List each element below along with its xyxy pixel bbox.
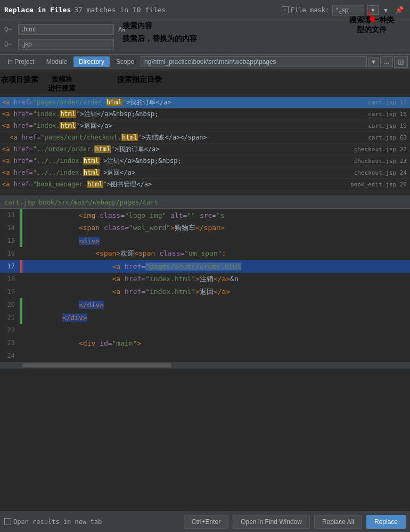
result-code: <a href="pages/order/order.html">我的订单</a…	[2, 98, 364, 107]
editor-area: cart.jsp book/src/main/webapp/pages/cart…	[0, 195, 410, 369]
code-line: 15 <div>	[0, 234, 410, 247]
code-line: 22	[0, 324, 410, 337]
line-number: 24	[0, 352, 20, 359]
path-dots-btn[interactable]: ...	[380, 56, 393, 67]
line-number: 17	[0, 263, 20, 270]
result-row[interactable]: <a href="../../index.html">注销</a>&nbsp;&…	[0, 155, 410, 167]
annotation-directory: 搜索指定目录	[117, 75, 162, 85]
result-code: <a href="../order/order.html">我的订单</a>	[2, 145, 350, 154]
line-code: <span class="wel_word">购物车</span>	[22, 223, 225, 233]
open-new-tab-label[interactable]: Open results in new tab	[4, 518, 102, 526]
result-file: cart.jsp 63	[368, 134, 407, 141]
line-number: 20	[0, 301, 20, 308]
result-row[interactable]: <a href="pages/cart/checkout.html">去结账</…	[0, 132, 410, 144]
result-row[interactable]: <a href="book_manager.html">图书管理</a> boo…	[0, 179, 410, 191]
line-number: 15	[0, 237, 20, 244]
line-code: <div id="main">	[22, 339, 141, 347]
line-code: <a href="index.html">注销</a>&n	[22, 274, 239, 284]
file-mask-dropdown[interactable]: ▼	[367, 5, 379, 15]
editor-file-path: cart.jsp book/src/main/webapp/pages/cart	[4, 199, 158, 206]
result-code: <a href="../../index.html">注销</a>&nbsp;&…	[2, 157, 350, 166]
search-options-1[interactable]: Aa	[116, 25, 127, 34]
result-file: book_edit.jsp 28	[350, 181, 407, 188]
result-code: <a href="index.html">返回</a>	[2, 121, 364, 130]
filter-icon-btn[interactable]: ▾	[382, 5, 390, 15]
path-dropdown[interactable]: ▼	[368, 57, 379, 67]
match-count: 37 matches in 10 files	[74, 6, 166, 14]
result-row[interactable]: <a href="../order/order.html">我的订单</a> c…	[0, 144, 410, 155]
line-code: <img class="logo_img" alt="" src="s	[22, 211, 225, 219]
app-title: Replace in Files	[4, 6, 71, 14]
result-file: checkout.jsp 24	[354, 169, 407, 176]
result-row[interactable]: <a href="index.html">返回</a> cart.jsp 19	[0, 120, 410, 132]
editor-header: cart.jsp book/src/main/webapp/pages/cart	[0, 197, 410, 209]
scrollbar-thumb[interactable]	[22, 363, 171, 367]
line-code: <a href="index.html">返回</a>	[22, 287, 230, 297]
annotation-in-project: 在项目搜索	[1, 75, 38, 85]
editor-content[interactable]: 13 <img class="logo_img" alt="" src="s 1…	[0, 209, 410, 369]
line-number: 18	[0, 275, 20, 283]
ctrl-enter-btn[interactable]: Ctrl+Enter	[184, 515, 228, 529]
editor-scrollbar[interactable]	[0, 362, 410, 369]
code-line: 13 <img class="logo_img" alt="" src="s	[0, 209, 410, 222]
line-code	[22, 326, 33, 334]
result-file: cart.jsp 17	[368, 99, 407, 106]
result-code: <a href="index.html">注销</a>&nbsp;&nbsp;	[2, 110, 364, 119]
tab-module[interactable]: Module	[41, 56, 72, 67]
code-line: 23 <div id="main">	[0, 337, 410, 349]
code-line-selected: 17 <a href="pages/order/order.html	[0, 260, 410, 273]
line-code: <div>	[22, 237, 100, 245]
search-input-1[interactable]	[18, 24, 114, 35]
tabs-row: In Project Module Directory Scope ▼ ... …	[0, 55, 410, 69]
result-file: checkout.jsp 23	[354, 158, 407, 165]
search-area: Q~ Aa Q~ 搜索内容 搜索后，替换为的内容 搜索哪一种类型的文件	[0, 20, 410, 55]
code-line: 24	[0, 349, 410, 362]
result-row[interactable]: <a href="../../index.html">返回</a> checko…	[0, 167, 410, 179]
replace-all-btn[interactable]: Replace All	[314, 515, 362, 529]
path-input[interactable]	[141, 56, 367, 67]
line-number: 23	[0, 339, 20, 347]
line-code: </div>	[22, 314, 87, 322]
annotation-module: 按模块进行搜索	[48, 75, 76, 93]
code-line: 20 </div>	[0, 298, 410, 311]
result-code: <a href="pages/cart/checkout.html">去结账</…	[2, 133, 364, 142]
tab-in-project[interactable]: In Project	[2, 56, 40, 67]
file-mask-checkbox[interactable]	[282, 6, 289, 13]
search-icon-1: Q~	[4, 26, 16, 33]
line-number: 22	[0, 326, 20, 334]
code-line: 18 <a href="index.html">注销</a>&n	[0, 273, 410, 285]
file-mask-label: File mask:	[282, 6, 329, 14]
tab-scope[interactable]: Scope	[111, 56, 140, 67]
replace-btn[interactable]: Replace	[366, 515, 406, 529]
line-number: 13	[0, 211, 20, 219]
bottom-bar: Open results in new tab Ctrl+Enter Open …	[0, 511, 410, 532]
search-row-2: Q~	[4, 37, 406, 51]
result-code: <a href="../../index.html">返回</a>	[2, 168, 350, 177]
open-new-tab-checkbox[interactable]	[4, 518, 11, 525]
code-line: 19 <a href="index.html">返回</a>	[0, 285, 410, 298]
results-list[interactable]: <a href="pages/order/order.html">我的订单</a…	[0, 97, 410, 195]
code-line: 16 <span>欢迎<span class="um_span":	[0, 247, 410, 260]
result-file: cart.jsp 18	[368, 111, 407, 118]
search-row-1: Q~ Aa	[4, 22, 406, 36]
search-input-2[interactable]	[18, 39, 114, 50]
result-row[interactable]: <a href="pages/order/order.html">我的订单</a…	[0, 97, 410, 109]
line-code: <a href="pages/order/order.html	[22, 263, 241, 271]
line-number: 21	[0, 314, 20, 321]
result-row[interactable]: <a href="index.html">注销</a>&nbsp;&nbsp; …	[0, 109, 410, 120]
result-code: <a href="book_manager.html">图书管理</a>	[2, 180, 346, 189]
line-code: <span>欢迎<span class="um_span":	[22, 249, 226, 258]
tab-directory[interactable]: Directory	[73, 56, 110, 67]
code-line: 14 <span class="wel_word">购物车</span>	[0, 222, 410, 234]
file-mask-input[interactable]	[332, 5, 364, 15]
line-number: 16	[0, 250, 20, 257]
layout-icon-btn[interactable]: ⊞	[394, 56, 408, 68]
line-number: 14	[0, 224, 20, 232]
code-line: 21 </div>	[0, 311, 410, 324]
result-file: cart.jsp 19	[368, 122, 407, 129]
search-icon-2: Q~	[4, 40, 16, 48]
open-find-window-btn[interactable]: Open in Find Window	[233, 515, 310, 529]
result-file: checkout.jsp 22	[354, 146, 407, 153]
line-number: 19	[0, 288, 20, 296]
pin-icon-btn[interactable]: 📌	[393, 5, 406, 15]
